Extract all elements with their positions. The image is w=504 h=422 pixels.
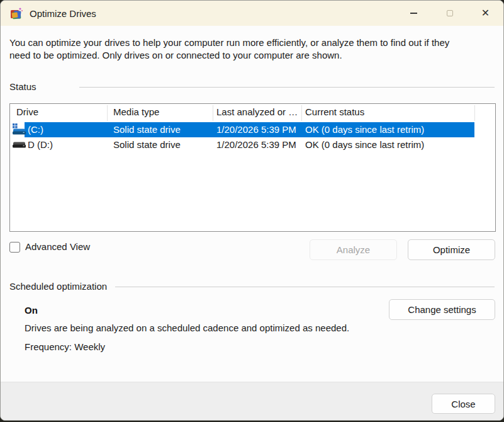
- caption-buttons: ✕: [396, 1, 503, 26]
- drive-row-d[interactable]: D (D:) Solid state drive 1/20/2026 5:39 …: [10, 137, 495, 152]
- drive-name: D (D:): [28, 137, 53, 152]
- column-separator: [474, 105, 475, 121]
- status-section-label: Status: [9, 81, 36, 92]
- system-drive-icon: [12, 123, 26, 137]
- change-settings-button[interactable]: Change settings: [389, 299, 495, 320]
- close-button[interactable]: Close: [432, 394, 495, 414]
- drive-media-type: Solid state drive: [113, 137, 181, 152]
- defrag-icon: [9, 6, 24, 21]
- column-header-last-analyzed[interactable]: Last analyzed or …: [216, 106, 298, 117]
- scheduled-state: On: [25, 305, 38, 316]
- advanced-view-checkbox[interactable]: [9, 242, 20, 253]
- optimize-button[interactable]: Optimize: [408, 239, 495, 260]
- drive-list: Drive Media type Last analyzed or … Curr…: [9, 103, 496, 232]
- drive-media-type: Solid state drive: [113, 122, 181, 137]
- drive-name: (C:): [28, 122, 43, 137]
- drive-row-c[interactable]: (C:) Solid state drive 1/20/2026 5:39 PM…: [10, 122, 495, 137]
- close-icon[interactable]: ✕: [468, 1, 503, 26]
- column-separator: [301, 105, 302, 121]
- optimize-drives-window: Optimize Drives ✕ You can optimize your …: [0, 0, 504, 421]
- drive-current-status: OK (0 days since last retrim): [305, 122, 424, 137]
- column-separator: [107, 105, 108, 121]
- drive-last-analyzed: 1/20/2026 5:39 PM: [216, 122, 296, 137]
- drive-current-status: OK (0 days since last retrim): [305, 137, 424, 152]
- scheduled-section-label: Scheduled optimization: [9, 281, 107, 292]
- status-divider: [79, 87, 495, 88]
- column-separator: [213, 105, 213, 121]
- scheduled-frequency: Frequency: Weekly: [25, 341, 105, 352]
- title-bar: Optimize Drives ✕: [1, 1, 503, 26]
- footer-bar: [1, 382, 503, 420]
- column-header-current-status[interactable]: Current status: [305, 106, 364, 117]
- minimize-icon[interactable]: [396, 1, 432, 26]
- drive-list-header: Drive Media type Last analyzed or … Curr…: [10, 104, 495, 122]
- intro-text: You can optimize your drives to help you…: [9, 37, 465, 62]
- scheduled-description: Drives are being analyzed on a scheduled…: [25, 322, 349, 333]
- analyze-button: Analyze: [310, 239, 397, 260]
- drive-last-analyzed: 1/20/2026 5:39 PM: [216, 137, 296, 152]
- window-title: Optimize Drives: [30, 8, 96, 19]
- column-header-drive[interactable]: Drive: [16, 106, 38, 117]
- maximize-icon: [432, 1, 468, 26]
- column-header-media-type[interactable]: Media type: [113, 106, 159, 117]
- scheduled-divider: [115, 287, 495, 287]
- data-drive-icon: [12, 138, 26, 152]
- advanced-view-label[interactable]: Advanced View: [25, 241, 90, 252]
